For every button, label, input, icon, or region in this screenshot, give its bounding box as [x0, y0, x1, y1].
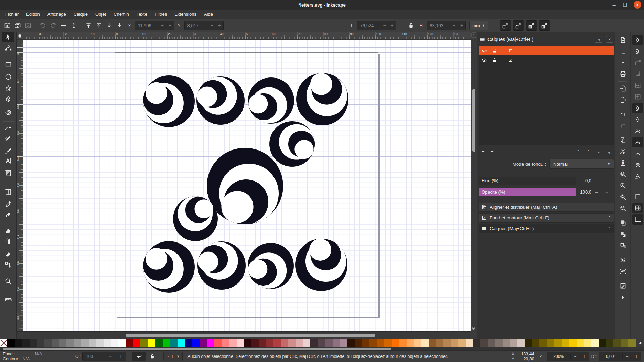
swatch-000080[interactable]: [185, 339, 192, 347]
x-field-value[interactable]: 11,906: [135, 23, 159, 28]
lock-ratio-icon[interactable]: [406, 21, 416, 30]
zoom-page-width-button[interactable]: [618, 203, 629, 214]
box3d-tool[interactable]: [2, 94, 14, 104]
snap-bbox-button[interactable]: [632, 46, 643, 56]
swatch-332d2b[interactable]: [473, 339, 480, 347]
scale-corners-toggle[interactable]: [513, 20, 524, 31]
swatch-d4b000[interactable]: [562, 339, 569, 347]
raise-to-top-button[interactable]: [83, 21, 94, 30]
select-all-button[interactable]: [2, 21, 12, 30]
text-tool[interactable]: [2, 156, 14, 166]
layer-lower-button[interactable]: ⌄: [593, 147, 604, 156]
menu-extensions[interactable]: Extensions: [171, 10, 200, 19]
swatch-2b0508[interactable]: [244, 339, 251, 347]
palette-scroll-left-icon[interactable]: ◀: [636, 339, 644, 347]
zoom-plus-button[interactable]: +: [580, 354, 589, 359]
swatch-903033[interactable]: [266, 339, 273, 347]
swatch-ffffff[interactable]: [118, 339, 126, 347]
unlock-icon[interactable]: [489, 58, 500, 63]
snap-text-baseline-button[interactable]: [632, 171, 643, 182]
zoom-page-button[interactable]: [618, 192, 629, 202]
height-plus-button[interactable]: +: [458, 23, 465, 28]
swatch-00ffff[interactable]: [178, 339, 185, 347]
selector-tool[interactable]: [2, 32, 14, 42]
star-tool[interactable]: [2, 83, 14, 94]
swatch-d46600[interactable]: [384, 339, 391, 347]
menu-aide[interactable]: Aide: [200, 10, 217, 19]
panel-close-button[interactable]: ✕: [606, 36, 613, 43]
swatch-b23e41[interactable]: [273, 339, 281, 347]
mesh-gradient-tool[interactable]: [2, 187, 14, 197]
swatch-0000ff[interactable]: [192, 339, 200, 347]
swatch-4a4a4a[interactable]: [44, 339, 52, 347]
y-plus-button[interactable]: +: [216, 23, 223, 28]
eraser-tool[interactable]: [2, 249, 14, 259]
swatch-006400[interactable]: [155, 339, 162, 347]
swatch-c46a6a[interactable]: [281, 339, 288, 347]
unlock-icon[interactable]: [489, 48, 500, 53]
cut-button[interactable]: [618, 146, 629, 157]
calligraphy-tool[interactable]: [2, 146, 14, 156]
zoom-drawing-button[interactable]: [618, 180, 629, 191]
measure-tool[interactable]: [2, 294, 14, 305]
connector-tool[interactable]: [2, 260, 14, 270]
swatch-4d1316[interactable]: [251, 339, 258, 347]
swatch-a06f3e[interactable]: [436, 339, 443, 347]
add-layer-button[interactable]: +: [479, 147, 487, 156]
swatch-ffdd33[interactable]: [577, 339, 584, 347]
spray-tool[interactable]: [2, 236, 14, 246]
swatch-c0c0c0[interactable]: [89, 339, 96, 347]
fill-stroke-dialog-button[interactable]: [618, 281, 629, 291]
y-field-value[interactable]: 8,017: [185, 23, 208, 28]
document-new-button[interactable]: [618, 35, 629, 45]
swatch-ebd0d0[interactable]: [303, 339, 310, 347]
y-minus-button[interactable]: −: [208, 23, 216, 28]
swatch-ff5555[interactable]: [214, 339, 222, 347]
opacity-minus-button[interactable]: −: [105, 354, 116, 359]
pencil-tool[interactable]: [2, 133, 14, 144]
swatch-d18c8c[interactable]: [288, 339, 296, 347]
blur-value[interactable]: 0,0: [576, 178, 591, 183]
swatch-868129[interactable]: [628, 339, 635, 347]
close-button[interactable]: ✕: [634, 1, 641, 9]
blur-plus-button[interactable]: +: [602, 178, 612, 184]
rotation-minus-button[interactable]: −: [622, 354, 632, 359]
import-file-button[interactable]: [618, 83, 629, 94]
layer-raise-button[interactable]: ⌃: [583, 147, 593, 156]
unlink-clone-button[interactable]: [618, 240, 629, 251]
scale-pattern-toggle[interactable]: [539, 20, 550, 31]
node-editor-tool[interactable]: [2, 43, 14, 53]
swatch-b68551[interactable]: [443, 339, 451, 347]
opacity-minus-button[interactable]: −: [591, 189, 602, 195]
canvas[interactable]: [23, 40, 471, 331]
opacity-slider[interactable]: Opacité (%): [479, 188, 576, 196]
swatch-ffc88a[interactable]: [414, 339, 421, 347]
swatch-3a3a3a[interactable]: [37, 339, 44, 347]
height-field-value[interactable]: 83,103: [427, 23, 450, 28]
snap-paths-button[interactable]: [632, 114, 643, 125]
swatch-2b2b2b[interactable]: [30, 339, 37, 347]
color-management-icon[interactable]: [471, 325, 476, 331]
snap-smooth-nodes-button[interactable]: [632, 137, 643, 147]
swatch-8a5a2b[interactable]: [429, 339, 436, 347]
swatch-6e2124[interactable]: [259, 339, 266, 347]
swatch-ffaaaa[interactable]: [229, 339, 236, 347]
export-file-button[interactable]: [618, 95, 629, 105]
sticky-zoom-button[interactable]: 1: [471, 32, 476, 38]
menu-chemin[interactable]: Chemin: [110, 10, 133, 19]
swatch-fff5bd[interactable]: [591, 339, 599, 347]
swatch-e8e8e8[interactable]: [104, 339, 111, 347]
opacity-value[interactable]: 100,0: [576, 189, 591, 195]
minimize-button[interactable]: ─: [610, 1, 618, 9]
swatch-8e7180[interactable]: [333, 339, 340, 347]
swatch-f6cc00[interactable]: [569, 339, 576, 347]
document-duplicate-button[interactable]: [618, 46, 629, 56]
opacity-plus-button[interactable]: +: [116, 354, 126, 359]
swatch-141414[interactable]: [15, 339, 22, 347]
width-field[interactable]: 76,524 − +: [357, 21, 396, 30]
create-clone-button[interactable]: [618, 229, 629, 239]
swatch-ff00ff[interactable]: [207, 339, 214, 347]
print-button[interactable]: [618, 69, 629, 79]
opacity-plus-button[interactable]: +: [602, 189, 612, 195]
swatch-ff0000[interactable]: [133, 339, 140, 347]
